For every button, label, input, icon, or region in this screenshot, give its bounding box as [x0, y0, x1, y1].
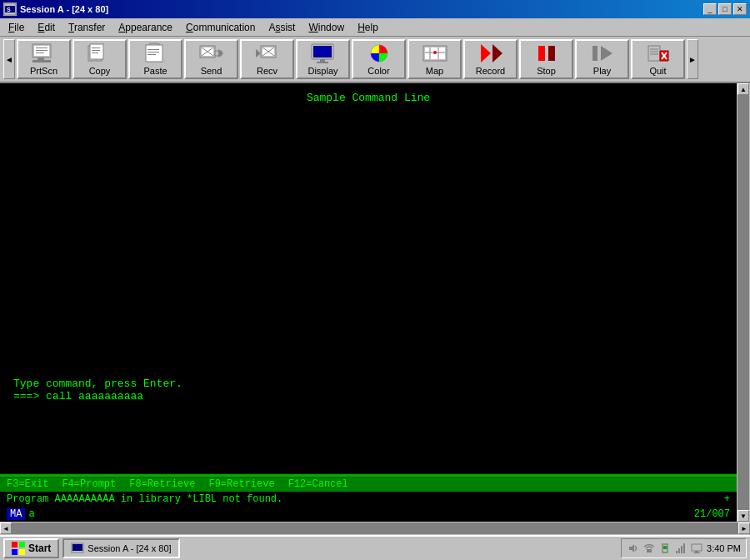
record-label: Record — [476, 66, 505, 76]
record-button[interactable]: Record — [463, 39, 518, 79]
send-button[interactable]: Send — [184, 39, 238, 79]
menu-assist[interactable]: Assist — [262, 20, 302, 35]
svg-point-42 — [433, 51, 437, 54]
mode-left: MA a — [7, 508, 35, 520]
svg-rect-68 — [681, 546, 682, 553]
hscroll-bar: ◄ ► — [0, 522, 750, 535]
prtscn-label: PrtScn — [30, 66, 58, 76]
paste-label: Paste — [143, 66, 167, 76]
color-button[interactable]: Color — [352, 39, 406, 79]
toolbar-next[interactable]: ► — [687, 39, 698, 79]
fkey-f4[interactable]: F4=Prompt — [62, 478, 116, 490]
terminal[interactable]: Sample Command Line Type command, press … — [0, 83, 737, 474]
fkey-f8[interactable]: F8=Retrieve — [129, 478, 195, 490]
tray-network-icon[interactable] — [642, 542, 656, 555]
toolbar-prev[interactable]: ◄ — [3, 39, 15, 79]
menu-transfer[interactable]: Transfer — [62, 20, 112, 35]
scroll-track[interactable] — [738, 95, 749, 510]
title-bar: S Session A - [24 x 80] _ □ ✕ — [0, 0, 750, 18]
svg-rect-35 — [317, 62, 328, 63]
display-icon — [310, 42, 337, 64]
recv-label: Recv — [257, 66, 278, 76]
copy-icon — [87, 42, 113, 64]
svg-rect-7 — [36, 52, 44, 53]
svg-rect-66 — [676, 551, 678, 553]
quit-button[interactable]: Quit — [631, 39, 685, 79]
tray-signal-icon[interactable] — [674, 542, 688, 555]
color-label: Color — [368, 66, 389, 76]
maximize-button[interactable]: □ — [718, 3, 732, 15]
svg-rect-65 — [663, 546, 667, 549]
menu-window[interactable]: Window — [302, 20, 351, 35]
task-item[interactable]: Session A - [24 x 80] — [62, 538, 179, 558]
map-button[interactable]: Map — [408, 39, 462, 79]
position-display: 21/007 — [694, 508, 730, 520]
hscroll-left-button[interactable]: ◄ — [0, 522, 12, 534]
svg-rect-57 — [19, 542, 25, 548]
stop-icon — [533, 42, 560, 64]
fkey-f9[interactable]: F9=Retrieve — [208, 478, 274, 490]
mode-indicator: MA — [7, 508, 25, 520]
svg-rect-6 — [36, 50, 48, 51]
menu-communication[interactable]: Communication — [179, 20, 262, 35]
fkey-f12[interactable]: F12=Cancel — [288, 478, 348, 490]
paste-button[interactable]: Paste — [128, 39, 182, 79]
menu-file[interactable]: File — [2, 20, 31, 35]
terminal-wrapper: Sample Command Line Type command, press … — [0, 83, 750, 535]
play-button[interactable]: Play — [575, 39, 629, 79]
start-button[interactable]: Start — [3, 538, 59, 558]
svg-rect-59 — [19, 549, 25, 555]
hscroll-track[interactable] — [12, 522, 738, 534]
recv-button[interactable]: Recv — [240, 39, 294, 79]
tray-display-icon[interactable] — [690, 542, 703, 555]
tray-icons — [627, 542, 703, 555]
menu-help[interactable]: Help — [351, 20, 385, 35]
svg-rect-14 — [92, 52, 98, 53]
play-icon — [589, 42, 616, 64]
svg-rect-12 — [92, 48, 100, 48]
fkey-f3[interactable]: F3=Exit — [7, 478, 48, 490]
tray-power-icon[interactable] — [658, 542, 672, 555]
svg-text:S: S — [7, 7, 11, 12]
send-label: Send — [201, 66, 222, 76]
terminal-main: Sample Command Line Type command, press … — [0, 83, 737, 522]
svg-rect-71 — [695, 551, 698, 552]
error-message: Program AAAAAAAAAA in library *LIBL not … — [7, 493, 282, 505]
svg-rect-69 — [683, 543, 685, 553]
stop-label: Stop — [537, 66, 556, 76]
svg-rect-49 — [648, 46, 660, 61]
svg-marker-30 — [256, 49, 261, 58]
copy-button[interactable]: Copy — [72, 39, 127, 79]
quit-icon — [645, 42, 672, 64]
scroll-down-button[interactable]: ▼ — [738, 510, 749, 522]
prtscn-button[interactable]: PrtScn — [17, 39, 71, 79]
menu-edit[interactable]: Edit — [31, 20, 62, 35]
terminal-input[interactable] — [46, 390, 212, 402]
color-icon — [366, 42, 392, 64]
mode-bar: MA a 21/007 — [0, 507, 737, 522]
input-arrow: ===> — [13, 390, 39, 402]
scrollbar: ▲ ▼ — [737, 83, 750, 522]
fkey-bar: F3=Exit F4=Prompt F8=Retrieve F9=Retriev… — [0, 476, 737, 492]
svg-rect-19 — [148, 54, 156, 55]
close-button[interactable]: ✕ — [733, 3, 747, 15]
map-icon — [422, 42, 448, 64]
display-button[interactable]: Display — [296, 39, 350, 79]
hscroll-right-button[interactable]: ► — [738, 522, 750, 534]
svg-rect-67 — [678, 548, 680, 553]
stop-button[interactable]: Stop — [519, 39, 573, 79]
command-line: Sample Command Line — [7, 87, 730, 109]
quit-label: Quit — [649, 66, 666, 76]
svg-rect-16 — [146, 45, 162, 62]
tray-sound-icon[interactable] — [627, 542, 640, 555]
prompt-line: Type command, press Enter. — [13, 378, 723, 390]
map-label: Map — [426, 66, 443, 76]
svg-rect-47 — [592, 46, 598, 61]
scroll-up-button[interactable]: ▲ — [738, 83, 749, 95]
minimize-button[interactable]: _ — [703, 3, 717, 15]
menu-appearance[interactable]: Appearance — [112, 20, 179, 35]
svg-rect-58 — [12, 549, 18, 555]
recv-icon — [254, 42, 281, 64]
play-label: Play — [593, 66, 611, 76]
svg-rect-34 — [320, 59, 325, 62]
